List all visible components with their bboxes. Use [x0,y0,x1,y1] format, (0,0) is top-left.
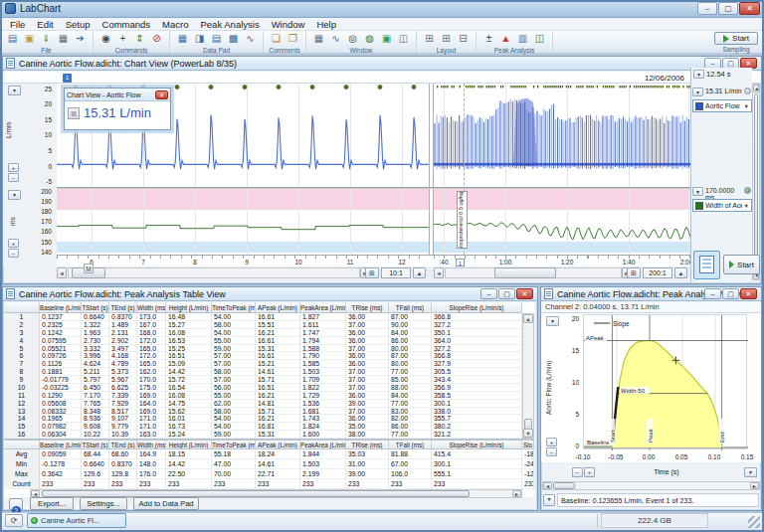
marker-icon[interactable]: M [84,264,94,273]
mini-chart-icon[interactable]: ∿ [243,32,258,46]
table-window-titlebar[interactable]: Canine Aortic Flow.adicht: Peak Analysis… [3,287,537,301]
peak-plot[interactable]: SlopeAPeakWidth-50BaselineStartPeakEnd [583,314,747,449]
datapad-options-icon[interactable]: ▩ [226,32,241,46]
layout-four-pane-icon[interactable]: ⊞ [439,32,454,46]
minimize-button[interactable]: – [704,288,721,299]
column-header[interactable]: TStart (s) [82,441,109,449]
column-header[interactable] [4,302,40,313]
maximize-button[interactable]: ▢ [498,288,515,299]
pan-right-button[interactable]: + [584,467,595,477]
menu-peak-analysis[interactable]: Peak Analysis [195,18,266,31]
compression-mode-button[interactable]: ⊞ [365,267,379,278]
column-header[interactable]: Baseline (L/min) [40,302,82,313]
table-row[interactable]: 50.055213.3323.497165.015.2559.0015.311.… [4,345,534,353]
peak-view-icon[interactable]: ▲ [498,32,513,46]
table-row[interactable]: 150.079829.6089.779171.016.7354.0016.811… [4,423,534,431]
edit-comment-icon[interactable]: ❐ [286,32,300,46]
column-header[interactable]: TStart (s) [82,302,109,313]
close-button[interactable]: ✕ [739,2,760,15]
datapad-record-button[interactable] [693,251,720,279]
close-icon[interactable]: ✕ [740,288,757,299]
table-row[interactable]: 60.097263.9964.168172.016.5157.0016.611.… [4,352,534,360]
table-row[interactable]: 70.11264.6244.789165.015.0957.0015.211.5… [4,360,534,368]
compression-mode-button[interactable]: ⊞ [627,267,641,278]
scroll-track[interactable] [68,267,360,278]
channel2-value-menu-button[interactable]: ▾ [692,187,703,196]
peak-options-icon[interactable]: ± [481,32,496,46]
close-icon[interactable]: ✕ [516,288,533,299]
maximize-button[interactable]: ▢ [722,288,739,299]
menu-window[interactable]: Window [266,18,311,31]
scroll-left-arrow[interactable]: ◄ [434,267,444,278]
channel1-menu-button[interactable]: ▾ [8,86,21,95]
document-tab-button[interactable]: Canine Aortic Fl... [27,513,126,528]
zoom-in-button[interactable]: + [8,239,19,248]
table-row[interactable]: 160.0630410.2210.39163.015.2459.0015.311… [4,431,534,439]
zoom-window-icon[interactable]: ◎ [345,32,360,46]
window-cycle-icon[interactable]: ⟳ [5,514,23,527]
comment-marker[interactable]: 1 [63,74,72,83]
column-header[interactable] [4,441,40,449]
select-icon[interactable]: + [115,32,130,46]
tile-windows-icon[interactable]: ▦ [311,32,326,46]
layout-two-pane-icon[interactable]: ⊞ [422,32,437,46]
time-display-menu-button[interactable]: ▾ [693,70,704,79]
menu-macro[interactable]: Macro [156,18,194,31]
chart-window-titlebar[interactable]: Canine Aortic Flow.adicht: Chart View (P… [3,57,761,71]
menu-commands[interactable]: Commands [96,18,157,31]
compression-up-button[interactable]: ▲ [413,267,426,278]
start-sampling-button[interactable]: Start [714,32,758,45]
minimize-button[interactable]: – [480,288,497,299]
peak-table-icon[interactable]: ▥ [515,32,530,46]
peak-horizontal-scrollbar[interactable]: ◄ ► [542,481,760,490]
add-to-data-pad-button[interactable]: Add to Data Pad [133,497,199,510]
channel2-selector[interactable]: Width of Aortic ... ▼ [692,199,752,212]
find-icon[interactable]: ◉ [98,32,113,46]
menu-setup[interactable]: Setup [60,18,96,31]
table-row[interactable]: 20.23251.3221.489167.015.2758.0015.511.6… [4,321,534,329]
column-header[interactable]: TEnd (s) [109,302,137,313]
column-header[interactable]: TimeToPeak (ms) [212,302,256,313]
table-row[interactable]: 130.083328.3488.517169.015.6258.0015.711… [4,408,534,416]
column-header[interactable]: APeak (L/min) [256,441,300,449]
column-header[interactable]: APeak (L/min) [256,302,300,313]
image-view-icon[interactable]: ▣ [379,32,394,46]
pan-left-button[interactable]: − [572,467,583,477]
menu-file[interactable]: File [4,18,31,31]
menu-edit[interactable]: Edit [31,18,59,31]
channel1-selector[interactable]: Aortic Flow ▼ [692,99,752,112]
datapad-view-icon[interactable]: ▦ [175,32,190,46]
copy-window-icon[interactable]: ◫ [396,32,411,46]
column-header[interactable]: PeakArea (L/min.s) [300,302,346,313]
print-icon[interactable]: ▦ [56,32,71,46]
close-icon[interactable]: ✕ [155,90,168,99]
chart-view-icon[interactable]: ∿ [328,32,343,46]
column-header[interactable]: Width (ms) [137,441,166,449]
table-row[interactable]: 140.19658.9369.107171.016.0154.0016.211.… [4,415,534,423]
chart-value-tooltip[interactable]: Chart View - Aortic Flow ✕ ▥ 15.31 L/min [64,88,171,130]
mark-icon[interactable]: ⇕ [132,32,147,46]
new-file-icon[interactable]: ▤ [5,32,20,46]
table-row[interactable]: 10-0.032256.4506.625175.016.5456.0016.51… [4,384,534,392]
help-button[interactable]: ? [9,498,23,510]
column-header[interactable]: TFall (ms) [389,441,432,449]
compression-up-button[interactable]: ▲ [674,267,687,278]
clear-icon[interactable]: ⊘ [149,32,164,46]
channel2-menu-button[interactable]: ▾ [8,190,21,200]
column-header[interactable]: Slo [522,441,534,449]
maximize-button[interactable]: ▢ [718,2,738,15]
peak-menu-button[interactable]: ▾ [546,316,559,326]
column-header[interactable]: Height (L/min) [166,302,212,313]
column-header[interactable]: Baseline (L/min) [40,441,82,449]
column-header[interactable]: SlopeRise (L/min/s) [432,302,522,313]
vertical-scrollbar[interactable]: ▲ ▼ [752,84,760,280]
table-row[interactable]: 9-0.017795.7975.967170.015.7257.0015.711… [4,376,534,384]
menu-help[interactable]: Help [310,18,342,31]
zoom-out-button[interactable]: − [546,447,557,456]
column-header[interactable]: TRise (ms) [346,302,389,313]
table-row[interactable]: 120.056087.7657.929164.014.7562.0014.811… [4,400,534,408]
settings-button[interactable]: Settings... [80,497,127,510]
peak-datapad-icon[interactable]: ◫ [532,32,547,46]
table-row[interactable]: 40.075952.7302.902172.016.5355.0016.611.… [4,337,534,345]
table-row[interactable]: 80.18815.2115.373162.014.4258.0014.611.5… [4,368,534,376]
